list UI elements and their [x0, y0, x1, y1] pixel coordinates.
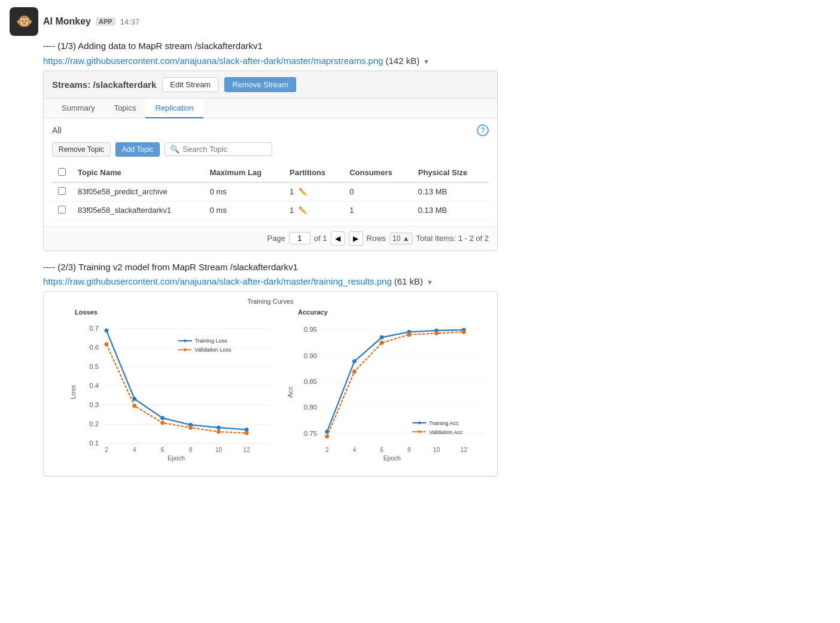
streams-header: Streams: /slackafterdark Edit Stream Rem…: [44, 71, 497, 99]
svg-point-64: [380, 341, 384, 345]
svg-point-23: [160, 416, 165, 420]
svg-point-66: [434, 331, 439, 335]
cell-max-lag: 0 ms: [203, 182, 284, 201]
tabs-row: Summary Topics Replication: [44, 99, 497, 118]
svg-text:2: 2: [105, 447, 108, 453]
message2-link-row: https://raw.githubusercontent.com/anajua…: [43, 276, 830, 286]
col-header-physical-size: Physical Size: [412, 164, 489, 182]
all-label: All: [52, 126, 62, 135]
table-row: 83f05e58_slackafterdarkv1 0 ms 1 ✏️ 1 0.…: [52, 201, 489, 219]
losses-chart: Losses Loss 0.7 0.6 0.5 0.4 0.3 0.2 0.1: [50, 309, 274, 470]
topics-section: All ? Remove Topic Add Topic 🔍 Topic Nam…: [44, 118, 497, 226]
tab-summary[interactable]: Summary: [52, 99, 105, 118]
cell-partitions: 1 ✏️: [284, 201, 343, 219]
svg-point-63: [352, 369, 357, 374]
row-checkbox-cell: [52, 182, 72, 201]
timestamp: 14:37: [120, 17, 140, 26]
page-input[interactable]: [289, 232, 311, 245]
svg-point-65: [407, 332, 411, 337]
add-topic-button[interactable]: Add Topic: [115, 142, 160, 157]
cell-topic-name: 83f05e58_slackafterdarkv1: [72, 201, 203, 219]
remove-stream-button[interactable]: Remove Stream: [224, 77, 296, 92]
cell-topic-name: 83f05e58_predict_archive: [72, 182, 203, 201]
col-header-partitions: Partitions: [284, 164, 343, 182]
topics-all-row: All ?: [52, 124, 489, 136]
cell-partitions: 1 ✏️: [284, 182, 343, 201]
pagination-row: Page of 1 ◀ ▶ Rows 10 ▲ Total Items: 1 -…: [44, 226, 497, 251]
svg-point-34: [184, 340, 187, 343]
svg-text:0.1: 0.1: [89, 439, 99, 447]
svg-point-58: [380, 335, 384, 340]
svg-text:10: 10: [433, 447, 440, 453]
avatar-emoji: 🐵: [16, 14, 32, 29]
svg-text:Training Acc: Training Acc: [429, 420, 459, 426]
svg-text:2: 2: [325, 447, 329, 453]
svg-text:8: 8: [407, 447, 411, 453]
table-row: 83f05e58_predict_archive 0 ms 1 ✏️ 0 0.1…: [52, 182, 489, 201]
remove-topic-button[interactable]: Remove Topic: [52, 142, 111, 157]
chart-panel: Training Curves Losses Loss 0.7 0.6 0.5 …: [43, 291, 498, 477]
svg-point-67: [462, 330, 466, 334]
svg-text:0.7: 0.7: [89, 325, 99, 332]
link1-dropdown-arrow[interactable]: ▼: [423, 58, 430, 65]
help-icon[interactable]: ?: [477, 124, 489, 136]
svg-text:Epoch: Epoch: [168, 455, 185, 462]
cell-physical-size: 0.13 MB: [412, 182, 489, 201]
chart-container: Losses Loss 0.7 0.6 0.5 0.4 0.3 0.2 0.1: [50, 309, 491, 470]
message1-text: ---- (1/3) Adding data to MapR stream /s…: [43, 39, 830, 53]
col-header-topic-name: Topic Name: [72, 164, 203, 182]
cell-consumers: 1: [343, 201, 412, 219]
edit-partition-icon[interactable]: ✏️: [299, 188, 308, 196]
message2-text: ---- (2/3) Training v2 model from MapR S…: [43, 261, 830, 274]
link2-dropdown-arrow[interactable]: ▼: [427, 279, 433, 286]
message2-link[interactable]: https://raw.githubusercontent.com/anajua…: [43, 276, 392, 286]
col-header-consumers: Consumers: [343, 164, 412, 182]
cell-consumers: 0: [343, 182, 412, 201]
cell-physical-size: 0.13 MB: [412, 201, 489, 219]
message1-link[interactable]: https://raw.githubusercontent.com/anajua…: [43, 56, 384, 66]
y-axis-loss-label: Loss: [69, 384, 77, 399]
message1-size: (142 kB): [386, 56, 420, 66]
of-label: of 1: [314, 234, 327, 243]
row-checkbox-1[interactable]: [58, 206, 66, 213]
bot-avatar: 🐵: [10, 7, 38, 36]
y-axis-acc-label: Acc: [287, 386, 294, 398]
edit-partition-icon[interactable]: ✏️: [299, 206, 308, 215]
page-label: Page: [267, 234, 285, 243]
tab-topics[interactable]: Topics: [105, 99, 146, 118]
svg-point-22: [132, 397, 136, 401]
svg-point-31: [217, 430, 221, 434]
rows-select[interactable]: 10 ▲: [389, 233, 413, 245]
search-box: 🔍: [165, 142, 272, 156]
streams-panel: Streams: /slackafterdark Edit Stream Rem…: [43, 71, 498, 251]
chart-title: Training Curves: [50, 298, 491, 305]
svg-text:0.6: 0.6: [89, 344, 99, 351]
tab-replication[interactable]: Replication: [145, 99, 203, 118]
svg-point-37: [184, 349, 187, 352]
svg-text:0.2: 0.2: [89, 420, 99, 427]
svg-text:Epoch: Epoch: [384, 455, 401, 462]
svg-text:8: 8: [189, 447, 193, 453]
edit-stream-button[interactable]: Edit Stream: [162, 77, 218, 92]
losses-svg: Loss 0.7 0.6 0.5 0.4 0.3 0.2 0.1 2 4: [69, 317, 274, 454]
svg-point-69: [418, 422, 421, 425]
svg-text:0.90: 0.90: [304, 352, 317, 359]
svg-text:0.85: 0.85: [304, 378, 317, 385]
row-checkbox-0[interactable]: [58, 187, 66, 195]
next-page-button[interactable]: ▶: [349, 231, 363, 246]
svg-text:0.80: 0.80: [304, 404, 317, 411]
prev-page-button[interactable]: ◀: [331, 231, 345, 246]
svg-point-57: [352, 359, 357, 364]
svg-text:10: 10: [215, 447, 223, 453]
accuracy-label: Accuracy: [298, 309, 491, 316]
svg-point-72: [418, 430, 421, 433]
search-topic-input[interactable]: [182, 145, 267, 154]
svg-point-32: [245, 431, 249, 435]
losses-label: Losses: [75, 309, 274, 316]
topics-table: Topic Name Maximum Lag Partitions Consum…: [52, 164, 489, 220]
select-all-checkbox[interactable]: [58, 168, 66, 176]
total-items-label: Total Items: 1 - 2 of 2: [416, 234, 489, 243]
svg-text:4: 4: [352, 447, 356, 453]
svg-text:0.4: 0.4: [89, 382, 99, 389]
svg-text:6: 6: [380, 447, 384, 453]
